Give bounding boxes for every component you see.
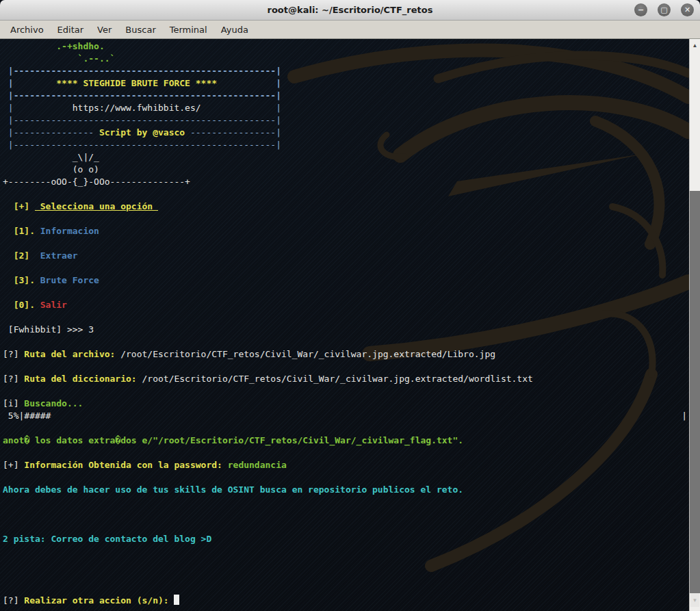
window-buttons: −▢✕ bbox=[634, 3, 694, 16]
terminal-line: 2 pista: Correo de contacto del blog >D bbox=[3, 533, 689, 545]
terminal-line bbox=[3, 385, 689, 398]
terminal-line: [+] Información Obtenida con la password… bbox=[3, 459, 689, 471]
text-segment: .-+shdho. bbox=[3, 41, 105, 51]
terminal-window: root@kali: ~/Escritorio/CTF_retos −▢✕ Ar… bbox=[0, 0, 700, 611]
menu-item-ver[interactable]: Ver bbox=[90, 22, 118, 38]
terminal-line bbox=[3, 521, 689, 533]
terminal-line bbox=[3, 508, 689, 521]
terminal-line bbox=[3, 361, 689, 373]
close-button[interactable]: ✕ bbox=[681, 3, 694, 16]
terminal-line: |---------------------------------------… bbox=[3, 65, 689, 77]
terminal-line bbox=[3, 471, 689, 484]
text-segment: 2 pista: Correo de contacto del blog >D bbox=[3, 534, 211, 544]
text-segment: |---------------------------------------… bbox=[3, 140, 281, 150]
terminal-line: (o o) bbox=[3, 164, 689, 176]
terminal-line: |--------------- Script by @vasco ------… bbox=[3, 127, 689, 139]
scroll-down-icon[interactable]: ▼ bbox=[690, 593, 699, 607]
menu-item-archivo[interactable]: Archivo bbox=[3, 22, 51, 38]
text-segment: Ruta del diccionario: bbox=[24, 374, 142, 384]
maximize-button[interactable]: ▢ bbox=[658, 3, 671, 16]
terminal-line: .-+shdho. bbox=[3, 40, 689, 53]
menu-item-buscar[interactable]: Buscar bbox=[118, 22, 162, 38]
menu-item-editar[interactable]: Editar bbox=[51, 22, 91, 38]
text-segment: [?] bbox=[3, 374, 24, 384]
terminal-line bbox=[3, 262, 689, 274]
text-segment: redundancia bbox=[228, 460, 287, 470]
terminal-line: |---------------------------------------… bbox=[3, 90, 689, 102]
text-segment: /root/Escritorio/CTF_retos/Civil_War/_ci… bbox=[120, 349, 495, 359]
terminal-output[interactable]: .-+shdho. `.--..` |---------------------… bbox=[0, 39, 689, 611]
terminal-line bbox=[3, 213, 689, 225]
text-segment: [2] bbox=[3, 250, 40, 261]
text-segment: ----------------| bbox=[190, 127, 281, 138]
terminal-line: [?] Ruta del diccionario: /root/Escritor… bbox=[3, 373, 689, 385]
terminal-line bbox=[3, 422, 689, 434]
terminal-line: anot� los datos extra�dos e/"/root/Escri… bbox=[3, 434, 689, 447]
terminal-line: |---------------------------------------… bbox=[3, 114, 689, 127]
text-segment: https://www.fwhibbit.es/ bbox=[14, 103, 276, 113]
terminal-line: Ahora debes de hacer uso de tus skills d… bbox=[3, 484, 689, 496]
text-segment: Brute Force bbox=[40, 275, 99, 285]
text-segment: |--------------- bbox=[3, 127, 94, 138]
terminal-line: | https://www.fwhibbit.es/ | bbox=[3, 102, 689, 114]
terminal-line: [Fwhibbit] >>> 3 bbox=[3, 324, 689, 336]
terminal-line: +--------oOO-{_}-OOo--------------+ bbox=[3, 176, 689, 188]
text-segment: Informacion bbox=[40, 226, 99, 236]
text-segment: _\|/_ bbox=[3, 152, 99, 162]
terminal-line bbox=[3, 558, 689, 570]
text-segment: Extraer bbox=[40, 250, 78, 261]
text-segment: [0]. bbox=[3, 300, 40, 310]
text-segment: +--------oOO-{_}-OOo--------------+ bbox=[3, 177, 190, 187]
terminal-line bbox=[3, 570, 689, 582]
text-segment: [3]. bbox=[3, 275, 40, 285]
titlebar[interactable]: root@kali: ~/Escritorio/CTF_retos −▢✕ bbox=[0, 0, 700, 21]
text-segment: [+] bbox=[3, 201, 35, 211]
terminal-line bbox=[3, 287, 689, 299]
text-segment: Buscando... bbox=[24, 398, 83, 408]
terminal-line bbox=[3, 582, 689, 595]
scrollbar[interactable]: ▲ ▼ bbox=[689, 39, 700, 611]
terminal-line: [3]. Brute Force bbox=[3, 274, 689, 287]
text-segment: [?] bbox=[3, 595, 24, 606]
terminal-line bbox=[3, 188, 689, 200]
text-segment: |---------------------------------------… bbox=[3, 90, 281, 101]
text-segment: | bbox=[276, 78, 281, 88]
text-segment: 5%|##### bbox=[3, 411, 51, 421]
minimize-button[interactable]: − bbox=[634, 3, 647, 16]
text-segment: Ruta del archivo: bbox=[24, 349, 120, 359]
text-segment: Realizar otra accion (s/n): bbox=[24, 595, 174, 606]
text-segment: |---------------------------------------… bbox=[3, 66, 281, 76]
terminal-line: [0]. Salir bbox=[3, 299, 689, 311]
text-segment: | bbox=[276, 103, 281, 113]
window-title: root@kali: ~/Escritorio/CTF_retos bbox=[0, 5, 700, 15]
text-segment: [Fwhibbit] >>> 3 bbox=[3, 324, 94, 335]
text-segment: | bbox=[3, 103, 14, 113]
text-segment: /root/Escritorio/CTF_retos/Civil_War/_ci… bbox=[142, 374, 533, 384]
terminal-line bbox=[3, 336, 689, 348]
text-segment: `.--..` bbox=[3, 53, 115, 64]
terminal-line: _\|/_ bbox=[3, 151, 689, 164]
terminal-line: [2] Extraer bbox=[3, 250, 689, 262]
text-segment: |---------------------------------------… bbox=[3, 115, 281, 125]
scroll-up-icon[interactable]: ▲ bbox=[690, 39, 700, 51]
terminal-line: |---------------------------------------… bbox=[3, 139, 689, 151]
text-segment: [+] bbox=[3, 460, 24, 470]
terminal-line: 5%|#####| bbox=[3, 410, 689, 422]
menu-item-ayuda[interactable]: Ayuda bbox=[214, 22, 255, 38]
text-segment: Script by @vasco bbox=[94, 127, 190, 138]
text-segment: (o o) bbox=[3, 164, 99, 174]
terminal-line: [?] Ruta del archivo: /root/Escritorio/C… bbox=[3, 348, 689, 361]
text-segment: anot� los datos extra�dos e/"/root/Escri… bbox=[3, 435, 463, 445]
terminal-line bbox=[3, 237, 689, 250]
text-segment: [?] bbox=[3, 349, 24, 359]
text-segment: Salir bbox=[40, 300, 67, 310]
terminal-cursor bbox=[174, 595, 179, 605]
terminal-line: [i] Buscando... bbox=[3, 398, 689, 410]
text-segment: | bbox=[3, 78, 14, 88]
text-segment: Ahora debes de hacer uso de tus skills d… bbox=[3, 484, 463, 495]
scrollbar-thumb[interactable] bbox=[690, 191, 700, 593]
terminal-line bbox=[3, 311, 689, 324]
terminal-line bbox=[3, 496, 689, 508]
menu-item-terminal[interactable]: Terminal bbox=[163, 22, 214, 38]
text-segment: [i] bbox=[3, 398, 24, 408]
